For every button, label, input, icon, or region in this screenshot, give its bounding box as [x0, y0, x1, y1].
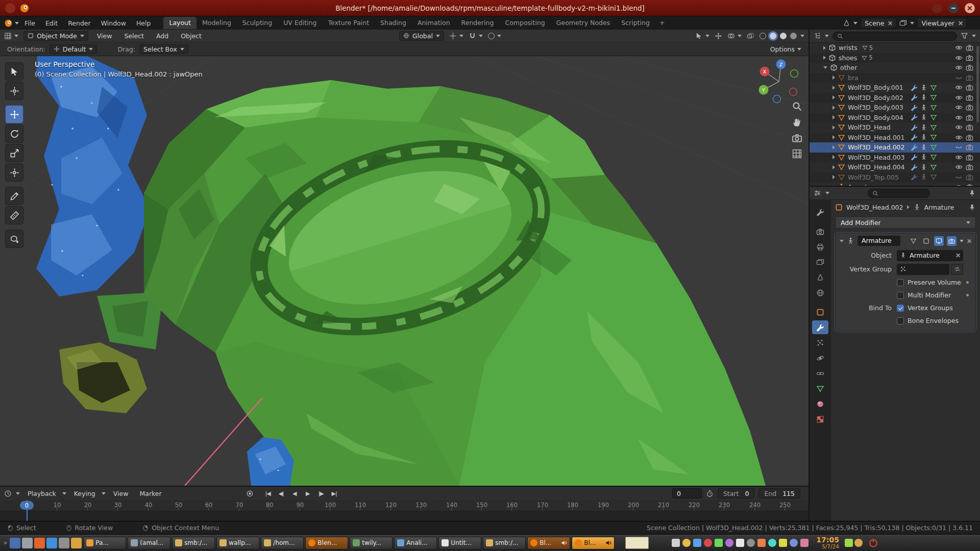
taskbar-window[interactable]: wallp...	[216, 537, 259, 549]
modifier-extras-icon[interactable]	[960, 240, 964, 242]
playback-menu[interactable]: Playback	[24, 489, 66, 498]
taskbar-window[interactable]: twily...	[350, 537, 393, 549]
pivot-point-icon[interactable]	[449, 32, 457, 40]
next-keyframe-button[interactable]: |▶	[315, 488, 327, 498]
show-overlays-icon[interactable]	[727, 32, 735, 40]
tray-icon[interactable]	[854, 539, 863, 547]
expand-icon[interactable]	[832, 155, 835, 159]
animate-dot-icon[interactable]	[963, 281, 971, 284]
ortho-grid-icon[interactable]	[792, 148, 802, 159]
outliner-row-head-002-active[interactable]: Wolf3D_Head.002	[810, 142, 980, 153]
camera-icon[interactable]	[966, 163, 973, 171]
unlink-scene-icon[interactable]	[888, 21, 892, 26]
delete-modifier-icon[interactable]	[967, 239, 971, 243]
proportional-editing-icon[interactable]	[488, 33, 495, 39]
taskbar-window[interactable]: (amal...	[128, 537, 170, 549]
menu-edit[interactable]: Edit	[41, 18, 62, 29]
keying-menu[interactable]: Keying	[70, 489, 106, 498]
add-cube-tool[interactable]	[5, 230, 23, 248]
bone-envelopes-row[interactable]: Bone Envelopes	[897, 317, 963, 324]
launcher-icon[interactable]	[10, 538, 20, 548]
end-frame-field[interactable]: End 115	[758, 488, 800, 498]
tab-scripting[interactable]: Scripting	[616, 17, 655, 29]
camera-view-icon[interactable]	[792, 133, 802, 143]
menu-select[interactable]: Select	[120, 31, 148, 41]
chevron-down-icon[interactable]	[853, 22, 857, 24]
show-in-edit-mode-toggle[interactable]	[921, 236, 931, 246]
snap-magnet-icon[interactable]	[469, 32, 476, 40]
outliner-row-wrists[interactable]: wrists 5	[810, 43, 980, 53]
scene-selector[interactable]: Scene	[861, 18, 896, 28]
launcher-icon[interactable]	[59, 538, 69, 548]
view-layer-icon[interactable]	[899, 19, 907, 27]
outliner-row-body-001[interactable]: Wolf3D_Body.001	[810, 83, 980, 93]
show-on-cage-toggle[interactable]	[909, 236, 918, 246]
tab-particles[interactable]	[812, 336, 828, 349]
eye-icon[interactable]	[955, 183, 963, 187]
camera-icon[interactable]	[966, 183, 973, 187]
tray-icon[interactable]	[779, 539, 787, 547]
tray-icon[interactable]	[682, 539, 691, 547]
eye-icon[interactable]	[955, 114, 963, 121]
cursor-tool[interactable]	[5, 82, 23, 100]
taskbar-window[interactable]: Anali...	[394, 537, 437, 549]
tray-icon[interactable]	[715, 539, 723, 547]
collapse-icon[interactable]	[823, 66, 827, 69]
pin-icon[interactable]	[968, 189, 976, 197]
blender-menu-icon[interactable]	[4, 19, 13, 28]
multi-modifier-checkbox[interactable]	[897, 292, 904, 299]
tab-layout[interactable]: Layout	[163, 17, 197, 29]
outliner-row-head[interactable]: Wolf3D_Head	[810, 122, 980, 133]
scene-icon[interactable]	[843, 19, 850, 27]
eye-icon[interactable]	[955, 134, 963, 141]
properties-search-input[interactable]	[868, 189, 930, 198]
shading-material-icon[interactable]	[780, 33, 787, 39]
tab-sculpting[interactable]: Sculpting	[237, 17, 278, 29]
tray-icon[interactable]	[672, 539, 680, 547]
tray-icon[interactable]	[790, 539, 798, 547]
chevron-down-icon[interactable]	[497, 35, 501, 37]
close-button[interactable]	[965, 3, 975, 13]
tab-output[interactable]	[812, 240, 828, 254]
launcher-icon[interactable]	[46, 538, 57, 548]
expand-icon[interactable]	[832, 135, 835, 139]
chevron-down-icon[interactable]	[479, 35, 483, 37]
breadcrumb-object[interactable]: Wolf3D_Head.002	[846, 204, 903, 211]
multi-modifier-row[interactable]: Multi Modifier	[897, 291, 963, 299]
eye-icon[interactable]	[955, 94, 963, 102]
tray-icon[interactable]	[725, 539, 733, 547]
selectability-filter-icon[interactable]	[695, 32, 703, 40]
show-gizmo-icon[interactable]	[715, 32, 722, 40]
outliner-row-body-004[interactable]: Wolf3D_Body.004	[810, 113, 980, 123]
tab-physics[interactable]	[812, 351, 828, 365]
tab-world[interactable]	[812, 286, 828, 299]
play-reverse-button[interactable]: ◀	[288, 488, 301, 498]
camera-icon[interactable]	[966, 143, 973, 151]
clear-object-icon[interactable]	[955, 253, 960, 258]
outliner-row-top-005[interactable]: Wolf3D_Top.005	[810, 172, 980, 183]
current-frame-field[interactable]: 0	[672, 488, 702, 498]
add-modifier-button[interactable]: Add Modifier	[835, 216, 976, 229]
tray-icon[interactable]	[693, 539, 701, 547]
xray-toggle-icon[interactable]	[747, 32, 754, 40]
chevron-down-icon[interactable]	[825, 35, 829, 37]
outliner-row-head-003[interactable]: Wolf3D_Head.003	[810, 153, 980, 163]
expand-icon[interactable]	[832, 76, 835, 80]
camera-icon[interactable]	[966, 44, 973, 52]
tab-scene[interactable]	[812, 270, 828, 284]
eye-icon[interactable]	[955, 44, 963, 52]
tab-object-data[interactable]	[812, 382, 828, 395]
outliner-row-armature[interactable]: Armature	[810, 182, 980, 187]
editor-type-icon[interactable]	[4, 490, 12, 497]
marker-menu[interactable]: Marker	[136, 489, 165, 498]
start-frame-field[interactable]: Start 0	[718, 488, 755, 498]
eye-icon[interactable]	[955, 163, 963, 171]
tab-compositing[interactable]: Compositing	[499, 17, 550, 29]
expand-icon[interactable]	[823, 56, 826, 60]
transform-tool[interactable]	[5, 163, 23, 182]
bone-envelopes-checkbox[interactable]	[897, 317, 904, 324]
eye-icon[interactable]	[955, 84, 963, 91]
launcher-icon[interactable]	[22, 538, 33, 548]
tray-icon[interactable]	[736, 539, 744, 547]
outliner-row-head-004[interactable]: Wolf3D_Head.004	[810, 162, 980, 172]
